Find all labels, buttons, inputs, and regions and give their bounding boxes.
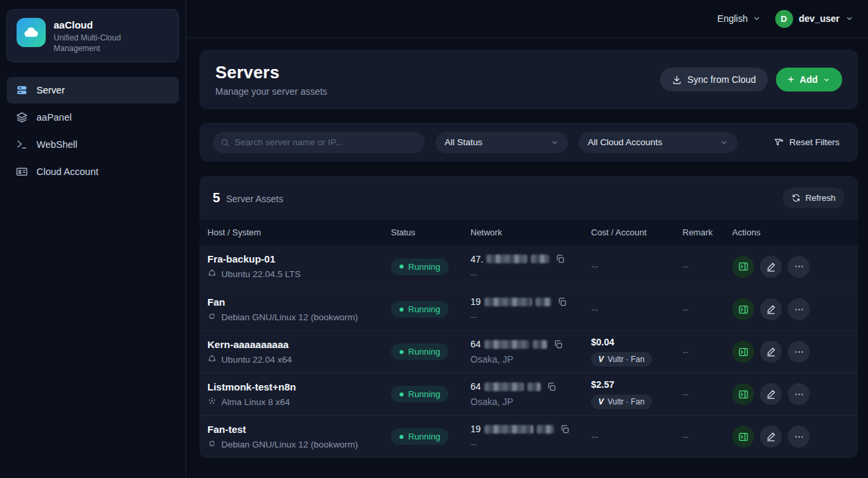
sidebar-item-webshell[interactable]: WebShell <box>7 131 179 158</box>
account-badge: V Vultr · Fan <box>591 352 652 367</box>
copy-icon[interactable] <box>553 339 563 349</box>
debian-icon <box>207 439 217 450</box>
terminal-action-button[interactable] <box>732 298 754 320</box>
cloud-account-filter-select[interactable]: All Cloud Accounts <box>578 132 737 153</box>
status-badge: Running <box>391 386 449 402</box>
network-location: -- <box>470 439 591 449</box>
sidebar-item-server[interactable]: Server <box>7 77 179 103</box>
copy-icon[interactable] <box>557 297 567 307</box>
terminal-action-button[interactable] <box>732 256 754 278</box>
alma-linux-icon <box>207 396 217 408</box>
host-name: Fra-backup-01 <box>207 253 391 265</box>
ellipsis-icon <box>794 432 804 442</box>
reset-filters-button[interactable]: Reset Filters <box>769 133 845 151</box>
os-name: Debian GNU/Linux 12 (bookworm) <box>221 312 358 322</box>
copy-icon[interactable] <box>560 424 570 434</box>
remark-value: -- <box>682 304 732 315</box>
edit-action-button[interactable] <box>760 426 782 448</box>
terminal-action-button[interactable] <box>732 383 754 405</box>
vultr-logo-icon: V <box>598 355 604 364</box>
cloud-account-filter-value: All Cloud Accounts <box>588 137 663 147</box>
status-badge: Running <box>391 301 449 318</box>
vultr-logo-icon: V <box>598 397 604 406</box>
account-label: Vultr · Fan <box>608 355 645 364</box>
pencil-icon <box>766 347 776 357</box>
more-actions-button[interactable] <box>788 426 810 448</box>
masked-ip <box>533 340 547 349</box>
edit-action-button[interactable] <box>760 383 782 405</box>
edit-action-button[interactable] <box>760 256 782 278</box>
sync-from-cloud-button[interactable]: Sync from Cloud <box>660 68 767 91</box>
masked-ip <box>484 340 529 349</box>
terminal-action-button[interactable] <box>732 426 754 448</box>
edit-action-button[interactable] <box>760 298 782 320</box>
add-button-label: Add <box>800 74 818 85</box>
cost-value: -- <box>591 304 682 316</box>
network-location: -- <box>470 312 591 322</box>
host-name: Listmonk-test+n8n <box>207 381 391 392</box>
edit-action-button[interactable] <box>760 341 782 363</box>
more-actions-button[interactable] <box>788 383 810 405</box>
language-selector[interactable]: English <box>718 13 761 24</box>
id-card-icon <box>16 166 28 178</box>
brand-name: aaCloud <box>54 19 153 30</box>
remark-value: -- <box>682 389 732 400</box>
sidebar-item-cloud-account[interactable]: Cloud Account <box>7 158 179 185</box>
search-box <box>213 132 425 153</box>
terminal-window-icon <box>738 389 749 400</box>
host-name: Fan-test <box>207 424 391 435</box>
cost-value: $0.04 <box>591 337 682 347</box>
refresh-button[interactable]: Refresh <box>783 188 845 208</box>
status-dot-icon <box>400 350 404 354</box>
masked-ip <box>531 255 549 263</box>
download-icon <box>672 75 682 85</box>
more-actions-button[interactable] <box>788 298 810 320</box>
status-badge: Running <box>391 343 449 360</box>
app-logo <box>17 18 46 47</box>
host-name: Fan <box>207 296 391 308</box>
sidebar-item-label: aaPanel <box>36 112 72 123</box>
server-row: Kern-aaaaaaaaaa Ubuntu 22.04 x64 Running… <box>199 330 858 373</box>
user-menu[interactable]: D dev_user <box>775 10 853 28</box>
search-icon <box>221 138 229 147</box>
avatar: D <box>775 10 793 28</box>
masked-ip <box>484 425 533 434</box>
sidebar-item-label: Server <box>36 85 65 95</box>
sidebar-item-label: Cloud Account <box>36 166 99 177</box>
masked-ip <box>535 298 551 306</box>
status-badge: Running <box>391 259 449 275</box>
ip-prefix: 64 <box>470 381 481 392</box>
ip-prefix: 19 <box>470 296 481 307</box>
cloud-icon <box>23 24 40 41</box>
add-button[interactable]: + Add <box>776 68 842 91</box>
terminal-action-button[interactable] <box>732 341 754 363</box>
copy-icon[interactable] <box>555 254 565 264</box>
sidebar-item-aapanel[interactable]: aaPanel <box>7 104 179 131</box>
brand-card: aaCloud Unified Multi-Cloud Management <box>7 9 179 62</box>
search-input[interactable] <box>235 137 417 147</box>
copy-icon[interactable] <box>547 382 557 392</box>
refresh-icon <box>792 194 800 202</box>
ip-prefix: 47. <box>470 254 483 265</box>
funnel-x-icon <box>774 137 784 147</box>
os-name: Ubuntu 22.04 x64 <box>221 355 292 365</box>
more-actions-button[interactable] <box>788 341 810 363</box>
pencil-icon <box>766 432 776 442</box>
more-actions-button[interactable] <box>788 256 810 278</box>
page-title: Servers <box>215 62 327 83</box>
os-name: Ubuntu 22.04.5 LTS <box>221 269 301 279</box>
ellipsis-icon <box>794 389 804 400</box>
remark-value: -- <box>682 347 732 357</box>
masked-ip <box>537 425 554 434</box>
status-dot-icon <box>400 265 404 269</box>
col-host-system: Host / System <box>207 227 391 237</box>
brand-tagline: Unified Multi-Cloud Management <box>54 32 153 54</box>
os-name: Debian GNU/Linux 12 (bookworm) <box>221 440 358 449</box>
refresh-label: Refresh <box>805 193 836 203</box>
filter-bar: All Status All Cloud Accounts Reset Filt… <box>199 123 858 162</box>
debian-icon <box>207 312 217 323</box>
status-filter-select[interactable]: All Status <box>435 132 568 153</box>
sync-button-label: Sync from Cloud <box>687 74 755 85</box>
chevron-down-icon <box>720 139 728 147</box>
host-name: Kern-aaaaaaaaaa <box>207 339 391 350</box>
